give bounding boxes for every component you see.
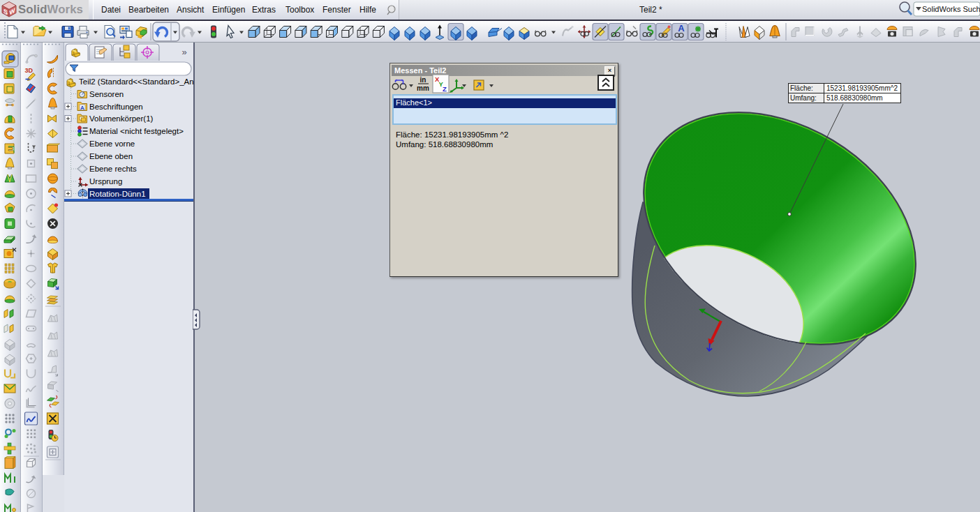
svg-text:SolidWorks: SolidWorks: [18, 3, 83, 16]
svg-text:Z: Z: [443, 85, 447, 93]
svg-text:Volumenkörper(1): Volumenkörper(1): [89, 114, 154, 123]
svg-text:Beschriftungen: Beschriftungen: [89, 103, 143, 111]
svg-text:Material <nicht festgelegt>: Material <nicht festgelegt>: [89, 127, 184, 135]
svg-text:Sensoren: Sensoren: [89, 90, 124, 98]
svg-text:3D: 3D: [25, 67, 34, 74]
svg-text:Ebene oben: Ebene oben: [89, 152, 133, 160]
svg-text:Ebene vorne: Ebene vorne: [89, 140, 135, 148]
svg-text:in: in: [420, 76, 426, 84]
svg-text:Rotation-Dünn1: Rotation-Dünn1: [89, 190, 146, 198]
svg-text:A: A: [678, 23, 685, 33]
svg-text:Teil2 (Standard<<Standard>_An: Teil2 (Standard<<Standard>_Anz: [79, 77, 194, 86]
svg-text:Ebene rechts: Ebene rechts: [89, 165, 137, 173]
svg-text:A: A: [80, 105, 84, 111]
svg-text:mm: mm: [417, 84, 429, 92]
svg-text:SolidWorks Suche: SolidWorks Suche: [922, 5, 980, 13]
svg-text:Ursprung: Ursprung: [89, 177, 122, 186]
